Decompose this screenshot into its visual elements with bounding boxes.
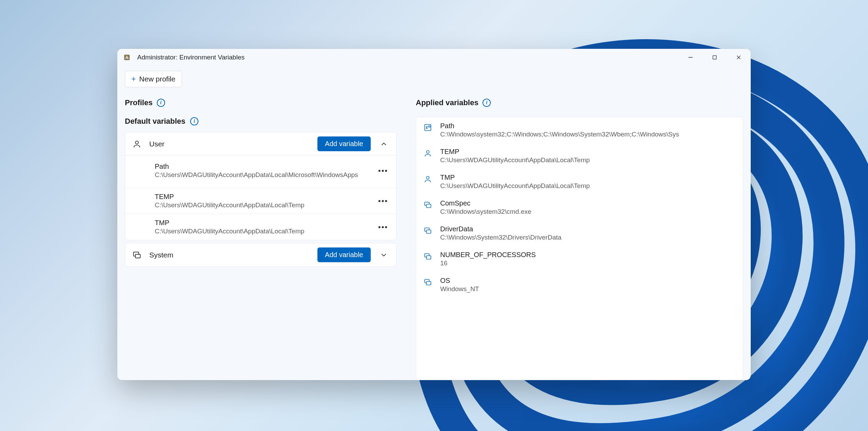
system-scope-header[interactable]: System Add variable	[125, 243, 396, 266]
applied-variable-name: TMP	[440, 174, 736, 181]
applied-variable-row[interactable]: TEMPC:\Users\WDAGUtilityAccount\AppData\…	[416, 143, 743, 169]
info-icon[interactable]: i	[190, 117, 198, 125]
applied-variable-value: C:\Windows\system32\cmd.exe	[440, 208, 736, 216]
variable-row[interactable]: Path C:\Users\WDAGUtilityAccount\AppData…	[125, 155, 396, 188]
new-profile-button[interactable]: + New profile	[125, 71, 182, 87]
system-icon	[423, 226, 433, 235]
app-window: % Administrator: Environment Variables +…	[117, 49, 751, 380]
collapse-button[interactable]	[378, 138, 390, 150]
toolbar: + New profile	[117, 66, 751, 91]
variable-value: C:\Users\WDAGUtilityAccount\AppData\Loca…	[155, 201, 376, 209]
svg-rect-9	[425, 124, 431, 131]
applied-variable-row[interactable]: PathC:\Windows\system32;C:\Windows;C:\Wi…	[416, 117, 743, 143]
applied-variable-name: Path	[440, 122, 736, 130]
applied-variable-value: C:\Windows\System32\Drivers\DriverData	[440, 234, 736, 241]
variable-name: Path	[155, 163, 376, 170]
user-scope-label: User	[149, 140, 311, 148]
system-icon	[423, 252, 433, 261]
info-icon[interactable]: i	[157, 99, 165, 107]
variable-row[interactable]: TEMP C:\Users\WDAGUtilityAccount\AppData…	[125, 188, 396, 214]
system-scope-label: System	[149, 251, 311, 259]
applied-variable-name: TEMP	[440, 148, 736, 156]
default-variables-heading: Default variables i	[125, 117, 397, 126]
expand-button[interactable]	[378, 249, 390, 261]
svg-rect-8	[135, 254, 140, 258]
applied-variable-row[interactable]: DriverDataC:\Windows\System32\Drivers\Dr…	[416, 220, 743, 246]
svg-rect-20	[426, 281, 431, 285]
info-icon[interactable]: i	[482, 99, 491, 107]
applied-variable-row[interactable]: TMPC:\Users\WDAGUtilityAccount\AppData\L…	[416, 169, 743, 195]
user-icon	[423, 149, 433, 157]
svg-rect-18	[426, 256, 431, 259]
add-user-variable-button[interactable]: Add variable	[317, 136, 371, 151]
svg-rect-16	[426, 230, 431, 233]
svg-point-6	[135, 141, 139, 144]
applied-variable-row[interactable]: ComSpecC:\Windows\system32\cmd.exe	[416, 195, 743, 220]
more-options-button[interactable]: •••	[376, 220, 390, 234]
applied-variable-name: ComSpec	[440, 199, 736, 207]
system-scope-card: System Add variable	[125, 243, 397, 267]
applied-variable-value: Windows_NT	[440, 285, 736, 293]
new-profile-label: New profile	[139, 75, 175, 83]
system-icon	[423, 201, 433, 209]
profiles-heading: Profiles i	[125, 98, 397, 107]
svg-point-12	[426, 176, 429, 179]
user-scope-card: User Add variable Path C:\Users\WDAGUtil…	[125, 132, 397, 240]
svg-rect-3	[713, 56, 716, 59]
app-icon	[423, 123, 433, 132]
applied-variable-row[interactable]: OSWindows_NT	[416, 272, 743, 298]
applied-variable-row[interactable]: NUMBER_OF_PROCESSORS16	[416, 246, 743, 272]
plus-icon: +	[131, 75, 136, 84]
user-icon	[423, 175, 433, 183]
close-button[interactable]	[727, 49, 751, 66]
system-icon	[423, 278, 433, 286]
variable-name: TEMP	[155, 193, 376, 201]
window-title: Administrator: Environment Variables	[137, 54, 679, 61]
minimize-button[interactable]	[679, 49, 703, 66]
user-icon	[131, 140, 142, 148]
applied-variable-name: DriverData	[440, 225, 736, 233]
svg-text:%: %	[126, 56, 128, 59]
variable-row[interactable]: TMP C:\Users\WDAGUtilityAccount\AppData\…	[125, 214, 396, 240]
user-scope-header[interactable]: User Add variable	[125, 132, 396, 155]
app-icon: %	[123, 53, 131, 62]
applied-variable-value: C:\Windows\system32;C:\Windows;C:\Window…	[440, 131, 736, 138]
more-options-button[interactable]: •••	[376, 164, 390, 178]
applied-variable-value: 16	[440, 259, 736, 267]
maximize-button[interactable]	[703, 49, 727, 66]
applied-variables-list[interactable]: PathC:\Windows\system32;C:\Windows;C:\Wi…	[416, 117, 743, 380]
more-options-button[interactable]: •••	[376, 194, 390, 208]
variable-value: C:\Users\WDAGUtilityAccount\AppData\Loca…	[155, 171, 376, 179]
variable-name: TMP	[155, 219, 376, 227]
applied-variable-value: C:\Users\WDAGUtilityAccount\AppData\Loca…	[440, 182, 736, 190]
system-icon	[131, 251, 142, 259]
svg-rect-10	[428, 126, 430, 127]
applied-variable-name: OS	[440, 277, 736, 285]
applied-variable-value: C:\Users\WDAGUtilityAccount\AppData\Loca…	[440, 156, 736, 164]
applied-variable-name: NUMBER_OF_PROCESSORS	[440, 251, 736, 259]
variable-value: C:\Users\WDAGUtilityAccount\AppData\Loca…	[155, 228, 376, 235]
svg-rect-14	[426, 204, 431, 208]
svg-point-11	[426, 151, 429, 153]
add-system-variable-button[interactable]: Add variable	[317, 247, 371, 262]
titlebar[interactable]: % Administrator: Environment Variables	[117, 49, 751, 66]
applied-variables-heading: Applied variables i	[416, 98, 743, 107]
